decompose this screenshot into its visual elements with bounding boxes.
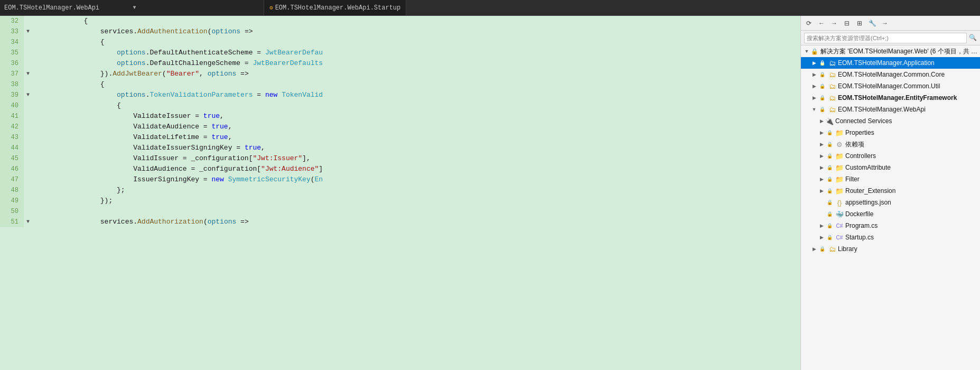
se-btn-forward[interactable]: → xyxy=(828,17,840,29)
folder-icon: 📁 xyxy=(835,187,844,195)
tree-expand-arrow[interactable]: ▶ xyxy=(818,130,825,135)
code-content: ValidIssuer = _configuration["Jwt:Issuer… xyxy=(32,153,800,164)
deps-icon: ⚙ xyxy=(835,140,844,149)
file-dropdown[interactable]: EOM.TSHotelManager.WebApi ▼ xyxy=(0,0,264,15)
project-icon: 🗂 xyxy=(828,59,836,67)
tree-item-properties[interactable]: ▶🔒📁Properties xyxy=(801,127,980,138)
code-content: ValidateIssuer = true, xyxy=(32,111,800,122)
code-content: { xyxy=(32,37,800,48)
tree-item-startup[interactable]: ▶🔒C#Startup.cs xyxy=(801,232,980,243)
collapse-arrow[interactable]: ▼ xyxy=(24,26,32,37)
code-content: options.DefaultChallengeScheme = JwtBear… xyxy=(32,58,800,69)
se-btn-view[interactable]: ⊞ xyxy=(854,17,865,29)
solution-header[interactable]: ▼ 🔒 解决方案 'EOM.TSHotelManager.Web' (6 个项目… xyxy=(801,45,980,57)
lock-icon: 🔒 xyxy=(825,233,834,242)
tree-item-label: Controllers xyxy=(845,152,980,160)
se-search-input[interactable] xyxy=(804,33,967,43)
tree-expand-arrow[interactable]: ▼ xyxy=(810,107,818,112)
se-btn-back[interactable]: ← xyxy=(816,17,827,29)
line-number: 49 xyxy=(0,196,24,206)
code-content: options.DefaultAuthenticateScheme = JwtB… xyxy=(32,48,800,58)
line-number: 43 xyxy=(0,132,24,143)
tree-item-label: CustomAttribute xyxy=(845,164,980,171)
lock-icon: 🔒 xyxy=(825,187,834,195)
tree-item-label: EOM.TSHotelManager.Common.Util xyxy=(838,82,980,90)
tree-item-appsettings[interactable]: 🔒{}appsettings.json xyxy=(801,197,980,208)
tree-expand-arrow[interactable]: ▶ xyxy=(818,118,825,124)
tree-item-label: EOM.TSHotelManager.EntityFramework xyxy=(838,94,980,101)
tree-expand-arrow[interactable]: ▶ xyxy=(818,177,825,182)
tree-expand-arrow[interactable]: ▶ xyxy=(818,142,825,147)
tree-item-deps[interactable]: ▶🔒⚙依赖项 xyxy=(801,138,980,150)
project-icon: 🗂 xyxy=(828,94,836,102)
tree-item-app[interactable]: ▶🔒🗂EOM.TSHotelManager.Application xyxy=(801,57,980,69)
tree-item-label: Filter xyxy=(845,175,980,183)
tree-expand-arrow[interactable]: ▶ xyxy=(818,235,825,240)
tree-expand-arrow[interactable]: ▶ xyxy=(810,84,818,89)
tree-item-connected[interactable]: ▶🔌Connected Services xyxy=(801,115,980,127)
code-line: 33▼ services.AddAuthentication(options =… xyxy=(0,26,800,37)
code-line: 42 ValidateAudience = true, xyxy=(0,122,800,132)
tree-item-label: 依赖项 xyxy=(845,140,980,149)
dropdown-arrow: ▼ xyxy=(133,5,260,11)
code-content: { xyxy=(32,79,800,90)
code-line: 37▼ }).AddJwtBearer("Bearer", options => xyxy=(0,69,800,79)
tree-item-program[interactable]: ▶🔒C#Program.cs xyxy=(801,220,980,232)
se-btn-properties[interactable]: 🔧 xyxy=(866,17,878,29)
code-content: ValidateLifetime = true, xyxy=(32,132,800,143)
tree-expand-arrow[interactable]: ▶ xyxy=(818,153,825,159)
tree-expand-arrow[interactable]: ▶ xyxy=(818,188,825,193)
line-number: 32 xyxy=(0,16,24,26)
code-content: options.TokenValidationParameters = new … xyxy=(32,90,800,100)
tree-item-label: Program.cs xyxy=(845,222,980,229)
code-content: }).AddJwtBearer("Bearer", options => xyxy=(32,69,800,79)
tree-item-label: EOM.TSHotelManager.WebApi xyxy=(838,106,980,113)
tree-item-label: Router_Extension xyxy=(845,187,980,195)
line-number: 46 xyxy=(0,164,24,174)
se-btn-sync[interactable]: ⟳ xyxy=(803,17,815,29)
se-btn-preview[interactable]: → xyxy=(879,17,891,29)
tree-item-common-core[interactable]: ▶🔒🗂EOM.TSHotelManager.Common.Core xyxy=(801,69,980,80)
lock-icon: 🔒 xyxy=(825,163,834,172)
tree-expand-arrow[interactable]: ▶ xyxy=(810,72,818,77)
project-icon: 🗂 xyxy=(828,105,836,114)
tree-item-customattr[interactable]: ▶🔒📁CustomAttribute xyxy=(801,162,980,173)
main-content: 32 {33▼ services.AddAuthentication(optio… xyxy=(0,16,980,370)
connected-icon: 🔌 xyxy=(825,117,834,125)
tree-expand-arrow[interactable]: ▶ xyxy=(818,165,825,170)
tree-item-dockerfile[interactable]: 🔒🐳Dockerfile xyxy=(801,208,980,220)
lock-icon: 🔒 xyxy=(818,105,826,114)
tree-item-ef[interactable]: ▶🔒🗂EOM.TSHotelManager.EntityFramework xyxy=(801,92,980,104)
dropdown-label: EOM.TSHotelManager.WebApi xyxy=(4,4,131,12)
tree-item-controllers[interactable]: ▶🔒📁Controllers xyxy=(801,150,980,162)
tree-item-library[interactable]: ▶🔒🗂Library xyxy=(801,243,980,255)
tree-item-label: Library xyxy=(838,245,980,253)
solution-expand-arrow: ▼ xyxy=(803,49,810,54)
tree-expand-arrow[interactable]: ▶ xyxy=(810,246,818,252)
lock-icon: 🔒 xyxy=(818,82,826,90)
code-line: 48 }; xyxy=(0,185,800,196)
tree-expand-arrow[interactable]: ▶ xyxy=(810,95,818,100)
tree-item-webapi[interactable]: ▼🔒🗂EOM.TSHotelManager.WebApi xyxy=(801,104,980,115)
tree-item-filter[interactable]: ▶🔒📁Filter xyxy=(801,173,980,185)
tree-expand-arrow[interactable]: ▶ xyxy=(810,60,818,66)
collapse-arrow[interactable]: ▼ xyxy=(24,217,32,227)
line-number: 47 xyxy=(0,174,24,185)
file-tab[interactable]: ⚙ EOM.TSHotelManager.WebApi.Startup xyxy=(264,0,406,15)
tree-expand-arrow[interactable]: ▶ xyxy=(818,223,825,228)
se-btn-collapse[interactable]: ⊟ xyxy=(841,17,853,29)
code-line: 32 { xyxy=(0,16,800,26)
collapse-arrow[interactable]: ▼ xyxy=(24,69,32,79)
code-line: 49 }); xyxy=(0,196,800,206)
tree-item-routerext[interactable]: ▶🔒📁Router_Extension xyxy=(801,185,980,197)
code-line: 43 ValidateLifetime = true, xyxy=(0,132,800,143)
file_cs-icon: C# xyxy=(835,221,844,230)
solution-explorer: ⟳ ← → ⊟ ⊞ 🔧 → 🔍 ▼ 🔒 解决方案 'EOM.TSHotelMan… xyxy=(800,16,980,370)
collapse-arrow[interactable]: ▼ xyxy=(24,90,32,100)
line-number: 34 xyxy=(0,37,24,48)
line-number: 38 xyxy=(0,79,24,90)
lock-icon: 🔒 xyxy=(825,128,834,137)
code-line: 40 { xyxy=(0,100,800,111)
tree-item-common-util[interactable]: ▶🔒🗂EOM.TSHotelManager.Common.Util xyxy=(801,80,980,92)
top-bar: EOM.TSHotelManager.WebApi ▼ ⚙ EOM.TSHote… xyxy=(0,0,980,16)
